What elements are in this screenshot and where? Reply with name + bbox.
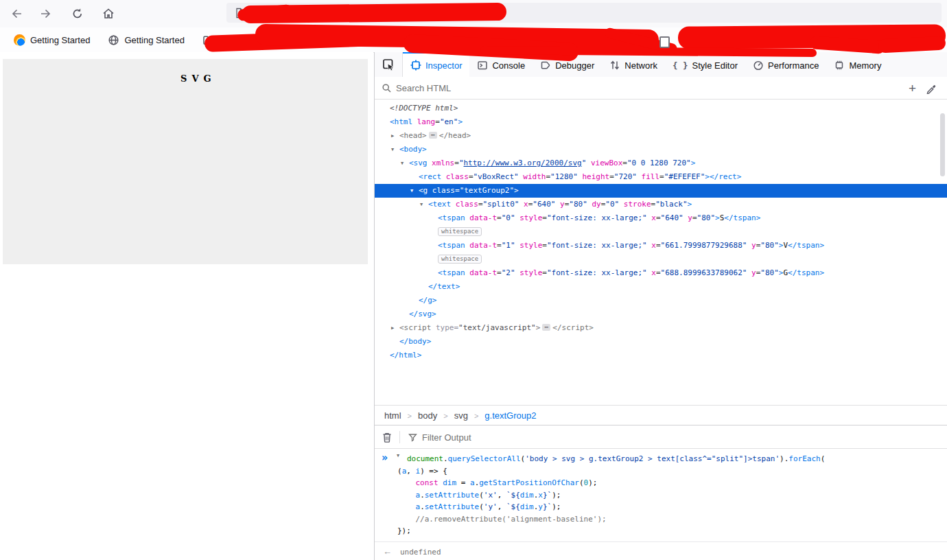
collapse-arrow-icon[interactable]: ▼ — [401, 156, 404, 170]
code-token: = — [609, 172, 614, 181]
console-icon — [477, 60, 488, 71]
whitespace-badge: whitespace — [438, 255, 482, 264]
markup-row[interactable]: <html lang="en"> — [375, 115, 947, 129]
pick-element-button[interactable] — [375, 52, 403, 77]
console-code-line: }); — [397, 525, 947, 537]
code-token: </g> — [419, 296, 437, 305]
eyedropper-icon[interactable] — [926, 82, 937, 94]
svg-page-text: S V G — [180, 73, 216, 84]
console-input-echo[interactable]: » ▼ document.querySelectorAll('body > sv… — [375, 449, 947, 542]
memory-icon — [834, 60, 845, 71]
markup-row[interactable]: <!DOCTYPE html> — [375, 102, 947, 115]
code-token: "font-size: xx-large;" — [547, 241, 647, 250]
filter-output-input[interactable]: Filter Output — [422, 432, 471, 443]
expand-arrow-icon[interactable]: ▶ — [391, 321, 394, 335]
code-token: data-t — [465, 213, 497, 222]
code-token: > — [691, 159, 696, 167]
markup-row[interactable]: </svg> — [375, 307, 947, 321]
markup-row[interactable]: ▼<body> — [375, 143, 947, 156]
code-token: "80" — [760, 268, 779, 277]
code-token: = — [622, 159, 627, 167]
code-token: , — [498, 491, 506, 500]
markup-row[interactable]: </body> — [375, 335, 947, 349]
code-token: <html — [390, 117, 412, 126]
markup-row[interactable]: <tspan data-t="2" style="font-size: xx-l… — [375, 266, 947, 280]
search-html-bar[interactable]: Search HTML + — [375, 77, 947, 100]
tab-memory[interactable]: Memory — [826, 52, 889, 77]
performance-icon — [753, 60, 764, 71]
collapse-arrow-icon[interactable]: ▼ — [410, 184, 413, 198]
markup-row[interactable]: whitespace — [375, 225, 947, 239]
breadcrumb-item[interactable]: g.textGroup2 — [483, 410, 537, 421]
code-token: <!DOCTYPE html> — [390, 104, 458, 113]
inspector-icon — [410, 60, 421, 71]
code-token: y — [747, 241, 756, 250]
breadcrumb-item[interactable]: html — [383, 410, 403, 421]
tab-style-editor[interactable]: { } Style Editor — [665, 52, 745, 77]
breadcrumb-item[interactable]: body — [417, 410, 439, 421]
breadcrumb-separator: > — [408, 412, 412, 420]
whitespace-badge: whitespace — [438, 227, 482, 236]
markup-row[interactable]: <tspan data-t="0" style="font-size: xx-l… — [375, 211, 947, 225]
code-token: </tspan> — [788, 268, 824, 277]
tab-performance[interactable]: Performance — [745, 52, 826, 77]
bookmark-getting-started-1[interactable]: Getting Started — [10, 32, 94, 48]
markup-row[interactable]: </text> — [375, 280, 947, 294]
tab-inspector[interactable]: Inspector — [403, 52, 469, 77]
collapse-arrow-icon[interactable]: ▼ — [391, 143, 394, 156]
code-token: "split0" — [483, 200, 519, 209]
markup-row-selected[interactable]: ▼<g class="textGroup2"> — [375, 184, 947, 198]
code-token: fill — [637, 172, 659, 181]
expand-arrow-icon[interactable]: ▶ — [391, 129, 394, 143]
code-token: dy — [587, 200, 601, 209]
markup-row[interactable]: </g> — [375, 294, 947, 307]
tab-label: Performance — [768, 60, 819, 71]
code-token: ( — [479, 502, 484, 511]
reload-button[interactable] — [69, 5, 86, 23]
page-viewport: S V G — [0, 52, 373, 560]
url-bar[interactable] — [226, 3, 942, 23]
toolbar-divider — [399, 431, 400, 443]
console-input-code: document.querySelectorAll('body > svg > … — [407, 453, 947, 537]
markup-row[interactable]: whitespace — [375, 253, 947, 266]
tab-debugger[interactable]: Debugger — [533, 52, 602, 77]
collapse-arrow-icon[interactable]: ▼ — [420, 198, 423, 211]
clear-console-icon[interactable] — [382, 432, 393, 443]
code-token: </script> — [552, 323, 594, 332]
breadcrumb-item[interactable]: svg — [453, 410, 469, 421]
markup-row[interactable]: ▶<script type="text/javascript">⋯</scrip… — [375, 321, 947, 335]
code-token: = — [497, 213, 502, 222]
markup-row[interactable]: <rect class="vBoxRect" width="1280" heig… — [375, 170, 947, 184]
bookmark-getting-started-2[interactable]: Getting Started — [104, 32, 188, 48]
code-token: document — [407, 454, 443, 463]
markup-row[interactable]: <tspan data-t="1" style="font-size: xx-l… — [375, 239, 947, 253]
code-token: class — [441, 172, 469, 181]
svg-vbox-rect: S V G — [3, 59, 368, 264]
home-button[interactable] — [100, 5, 117, 23]
tab-network[interactable]: Network — [602, 52, 665, 77]
code-token: viewBox — [586, 159, 622, 167]
tab-label: Style Editor — [692, 60, 738, 71]
back-button[interactable] — [8, 5, 26, 23]
tab-console[interactable]: Console — [469, 52, 533, 77]
markup-row[interactable]: ▶<head>⋯</head> — [375, 129, 947, 143]
code-token: "textGroup2" — [460, 186, 514, 195]
devtools-panel: Inspector Console Debugger — [374, 52, 947, 560]
code-token: <rect — [419, 172, 441, 181]
code-token — [397, 478, 416, 487]
markup-scrollbar[interactable] — [940, 113, 945, 176]
code-token: class — [451, 200, 478, 209]
bookmark-folder[interactable] — [198, 32, 220, 48]
code-token: "font-size: xx-large;" — [547, 213, 647, 222]
collapse-arrow-icon[interactable]: ▼ — [397, 453, 399, 458]
markup-row[interactable]: </html> — [375, 349, 947, 362]
code-token: 'body > svg > g.textGroup2 > text[class^… — [525, 454, 780, 463]
add-rule-button[interactable]: + — [909, 82, 916, 95]
code-token: <text — [428, 200, 451, 209]
forward-button[interactable] — [36, 5, 54, 23]
code-token — [397, 502, 416, 511]
markup-row[interactable]: ▼<text class="split0" x="640" y="80" dy=… — [375, 198, 947, 211]
input-chevron-icon: » — [382, 452, 386, 464]
code-token: }` — [543, 502, 552, 511]
markup-row[interactable]: ▼<svg xmlns="http://www.w3.org/2000/svg"… — [375, 156, 947, 170]
